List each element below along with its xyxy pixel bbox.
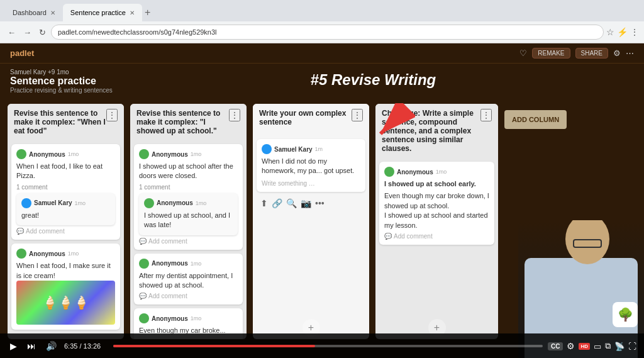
upload-button[interactable]: ⬆: [260, 198, 268, 208]
write-placeholder: Write something …: [262, 180, 360, 187]
comment-count: 1 comment: [139, 184, 238, 191]
column-2: Revise this sentence to make it complex:…: [130, 104, 247, 339]
padlet-name: Sentence practice: [10, 76, 113, 87]
card-author: Anonymous: [397, 169, 433, 176]
video-controls: ▶ ⏭ 🔊 6:35 / 13:26 CC ⚙ HD ▭ ⧉ 📡 ⛶: [0, 333, 644, 358]
write-toolbar: ⬆ 🔗 🔍 📷 •••: [257, 196, 365, 211]
camera-button[interactable]: 📷: [301, 198, 311, 208]
write-card-text: When I did not do my homework, my pa... …: [262, 157, 360, 176]
card-2-2: Anonymous 1mo After my dentist appointme…: [134, 254, 243, 305]
back-button[interactable]: ←: [5, 26, 18, 38]
padlet-header-actions: ♡ REMAKE SHARE ⚙ ⋯: [519, 48, 634, 59]
fullscreen-button[interactable]: ⛶: [628, 342, 636, 351]
progress-fill: [113, 345, 315, 347]
comment-count: 1 comment: [16, 184, 115, 191]
menu-icon[interactable]: ⋮: [630, 27, 639, 37]
new-tab-button[interactable]: +: [145, 7, 150, 18]
add-comment-button[interactable]: 💬 Add comment: [16, 228, 115, 235]
challenge-card-text: Even though my car broke down, I showed …: [384, 191, 489, 230]
miniplayer-button[interactable]: ⧉: [605, 341, 611, 351]
nav-bar: ← → ↻ ☆ ⚡ ⋮: [0, 21, 644, 43]
column-2-title: Revise this sentence to make it complex:…: [136, 109, 229, 135]
card-2-2-meta: Anonymous 1mo: [139, 259, 238, 269]
heart-icon[interactable]: ♡: [519, 48, 527, 58]
tab-close-active[interactable]: ✕: [130, 9, 135, 16]
page-title: #5 Revise Writing: [113, 69, 634, 89]
column-1-body: Anonymous 1mo When I eat food, I like to…: [8, 140, 124, 339]
card-author: Anonymous: [29, 250, 65, 257]
padlet-user: Samuel Kary +9 1mo: [10, 69, 113, 76]
column-3-menu[interactable]: ⋮: [352, 109, 363, 121]
tab-label-active: Sentence practice: [70, 9, 126, 16]
card-text: When I eat food, I like to eat Pizza.: [16, 162, 115, 181]
column-2-body: Anonymous 1mo I showed up at school afte…: [130, 140, 247, 339]
avatar: [144, 198, 154, 208]
avatar: [16, 249, 26, 259]
column-1-menu[interactable]: ⋮: [106, 109, 118, 121]
address-bar[interactable]: [51, 25, 604, 40]
play-button[interactable]: ▶: [8, 340, 19, 352]
sub-card-text: I showed up at school, and I was late!: [144, 211, 233, 230]
tab-dashboard[interactable]: Dashboard ✕: [5, 4, 63, 21]
card-time: 1mo: [68, 250, 79, 257]
card-1-1: Anonymous 1mo When I eat food, I like to…: [11, 144, 120, 240]
sub-card-2: Anonymous 1mo I showed up at school, and…: [139, 193, 238, 235]
comment-icon: 💬: [16, 228, 24, 235]
tab-sentence-practice[interactable]: Sentence practice ✕: [63, 4, 142, 21]
link-button[interactable]: 🔗: [272, 198, 282, 208]
card-time: 1mo: [191, 260, 202, 267]
extension-icon[interactable]: ⚡: [617, 27, 628, 37]
card-author: Anonymous: [152, 151, 188, 158]
browser-chrome: Dashboard ✕ Sentence practice ✕ + ← → ↻ …: [0, 0, 644, 43]
column-4-header: Challenge: Write a simple sentence, comp…: [375, 104, 498, 158]
column-2-menu[interactable]: ⋮: [229, 109, 240, 121]
card-author: Samuel Kary: [274, 146, 313, 153]
sub-card-time: 1mo: [196, 200, 207, 206]
gear-icon[interactable]: ⚙: [567, 341, 575, 351]
cast-button[interactable]: 📡: [614, 342, 625, 351]
tab-close-dashboard[interactable]: ✕: [50, 9, 55, 16]
more-tools-button[interactable]: •••: [315, 198, 325, 208]
skip-button[interactable]: ⏭: [25, 340, 38, 352]
card-time: 1mo: [191, 151, 202, 157]
progress-bar[interactable]: [113, 345, 543, 347]
share-button[interactable]: SHARE: [575, 48, 608, 59]
remake-button[interactable]: REMAKE: [532, 48, 570, 59]
control-icons: CC ⚙ HD ▭ ⧉ 📡 ⛶: [548, 341, 636, 351]
bookmark-icon[interactable]: ☆: [606, 27, 614, 37]
ice-cream-image: 🍦🍦🍦: [16, 281, 115, 325]
card-time: 1mo: [436, 169, 447, 175]
card-time: 1mo: [191, 315, 202, 322]
time-display: 6:35 / 13:26: [64, 342, 108, 350]
avatar: [139, 149, 149, 159]
avatar: [139, 313, 149, 323]
challenge-card: Anonymous 1mo I showed up at school earl…: [379, 162, 494, 245]
column-2-header: Revise this sentence to make it complex:…: [130, 104, 247, 140]
add-comment-button[interactable]: 💬 Add comment: [139, 293, 238, 299]
more-icon[interactable]: ⋯: [626, 48, 634, 58]
column-4-body: Anonymous 1mo I showed up at school earl…: [375, 158, 498, 316]
theater-mode-button[interactable]: ▭: [594, 342, 601, 351]
cc-button[interactable]: CC: [548, 342, 563, 350]
avatar: [139, 259, 149, 269]
card-time: 1m: [315, 146, 323, 152]
column-3-header: Write your own complex sentence ⋮: [253, 104, 369, 135]
search-button[interactable]: 🔍: [286, 198, 297, 208]
card-time: 1mo: [68, 151, 79, 157]
sub-card-time: 1mo: [75, 200, 86, 206]
settings-icon[interactable]: ⚙: [613, 48, 621, 58]
padlet-info: Samuel Kary +9 1mo Sentence practice Pra…: [10, 69, 113, 94]
column-1-header: Revise this sentence to make it complex:…: [8, 104, 124, 140]
avatar: [384, 167, 394, 177]
add-comment-button[interactable]: 💬 Add comment: [139, 238, 238, 245]
forward-button[interactable]: →: [21, 26, 34, 38]
card-author: Anonymous: [152, 315, 188, 322]
card-1-1-meta: Anonymous 1mo: [16, 149, 115, 159]
volume-button[interactable]: 🔊: [43, 340, 59, 352]
reload-button[interactable]: ↻: [36, 26, 48, 38]
add-comment-button[interactable]: 💬 Add comment: [384, 233, 489, 240]
sub-card-meta: Samuel Kary 1mo: [21, 198, 110, 208]
card-1-2: Anonymous 1mo When I eat food, I make su…: [11, 243, 120, 330]
column-4-menu[interactable]: ⋮: [480, 109, 492, 121]
add-column-button[interactable]: ADD COLUMN: [504, 110, 567, 129]
